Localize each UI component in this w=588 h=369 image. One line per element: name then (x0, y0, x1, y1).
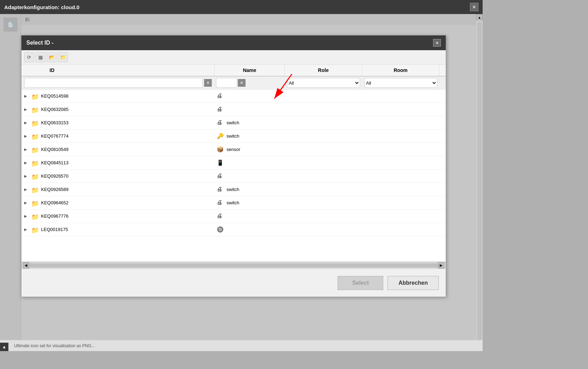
horizontal-scrollbar[interactable]: ◀ ▶ (21, 262, 446, 269)
expand-icon[interactable]: ▶ (24, 147, 29, 151)
room-cell (362, 135, 439, 138)
folder-icon: 📁 (31, 146, 39, 153)
expand-icon[interactable]: ▶ (24, 161, 29, 165)
scroll-left-button[interactable]: ◀ (23, 262, 29, 269)
name-cell: 🔑 switch (215, 131, 285, 141)
list-view-button[interactable]: ▦ (35, 52, 45, 62)
table-row[interactable]: ▶ 📁 KEQ0964652 🖨 switch (21, 196, 446, 210)
dialog-title: Select ID - (26, 40, 53, 46)
name-cell: 🔘 (215, 225, 285, 235)
expand-icon[interactable]: ▶ (24, 187, 29, 191)
page-scroll-up[interactable]: ▲ (476, 14, 483, 20)
expand-all-button[interactable]: 📂 (47, 52, 57, 62)
room-cell (362, 121, 439, 124)
scroll-right-button[interactable]: ▶ (438, 262, 444, 269)
filter-name-clear[interactable]: ✕ (238, 79, 246, 87)
id-cell: ▶ 📁 KEQ0967776 (21, 212, 215, 221)
room-cell (362, 188, 439, 191)
select-id-dialog: Select ID - ✕ ⟳ ▦ 📂 📁 ID (21, 35, 446, 297)
filter-name-input[interactable] (216, 78, 237, 88)
table-row[interactable]: ▶ 📁 KEQ0514598 🖨 (21, 90, 446, 103)
room-cell (362, 148, 439, 151)
scroll-track-h (29, 263, 438, 268)
table-row[interactable]: ▶ 📁 KEQ0926570 🖨 (21, 170, 446, 183)
expand-icon: 📂 (49, 54, 55, 60)
col-header-id: ID (21, 65, 215, 76)
id-cell: ▶ 📁 KEQ0632085 (21, 105, 215, 114)
table-row[interactable]: ▶ 📁 KEQ0633153 🖨 switch (21, 116, 446, 130)
device-icon: 🖨 (217, 213, 225, 220)
table-row[interactable]: ▶ 📁 KEQ0810549 📦 sensor (21, 143, 446, 156)
device-icon: 🖨 (217, 93, 225, 100)
folder-icon: 📁 (31, 93, 39, 99)
refresh-icon: ⟳ (27, 54, 31, 60)
expand-icon[interactable]: ▶ (24, 201, 29, 205)
outer-title-bar: Adapterkonfiguration: cloud.0 ✕ (0, 0, 483, 14)
filter-room-select[interactable]: All (364, 78, 437, 88)
table-row[interactable]: ▶ 📁 KEQ0926589 🖨 switch (21, 183, 446, 196)
device-icon: 🖨 (217, 119, 225, 126)
expand-icon[interactable]: ▶ (24, 174, 29, 178)
filter-row: ✕ ✕ All All (21, 77, 446, 90)
room-cell (362, 95, 439, 98)
expand-icon[interactable]: ▶ (24, 134, 29, 138)
role-cell (285, 215, 362, 218)
id-value: KEQ0633153 (41, 120, 68, 125)
device-icon: 📱 (217, 159, 225, 166)
id-cell: ▶ 📁 LEQ0019175 (21, 225, 215, 234)
table-row[interactable]: ▶ 📁 KEQ0967776 🖨 (21, 210, 446, 223)
refresh-button[interactable]: ⟳ (24, 52, 34, 62)
expand-icon[interactable]: ▶ (24, 107, 29, 111)
name-value: switch (227, 120, 239, 125)
name-cell: 🖨 (215, 211, 285, 221)
expand-icon[interactable]: ▶ (24, 94, 29, 98)
name-value: switch (227, 133, 239, 139)
id-value: KEQ0926570 (41, 173, 68, 179)
expand-icon[interactable]: ▶ (24, 228, 29, 231)
role-cell (285, 202, 362, 204)
dialog-footer: Select Abbrechen (21, 269, 446, 297)
table-row[interactable]: ▶ 📁 KEQ0845113 📱 (21, 156, 446, 170)
folder-icon: 📁 (31, 160, 39, 166)
collapse-button[interactable]: ▲ (0, 343, 8, 351)
table-row[interactable]: ▶ 📁 KEQ0767774 🔑 switch (21, 130, 446, 143)
filter-role-cell: All (285, 77, 362, 89)
id-cell: ▶ 📁 KEQ0926589 (21, 185, 215, 194)
name-cell: 🖨 (215, 105, 285, 114)
collapse-icon: 📁 (60, 54, 66, 60)
role-cell (285, 121, 362, 124)
filter-id-clear[interactable]: ✕ (204, 79, 212, 87)
id-value: KEQ0845113 (41, 160, 68, 165)
expand-icon[interactable]: ▶ (24, 214, 29, 218)
folder-icon: 📁 (31, 120, 39, 126)
id-cell: ▶ 📁 KEQ0767774 (21, 132, 215, 141)
background-content: 📄 Ei Select ID - ✕ ⟳ ▦ (0, 14, 483, 351)
device-icon: 🔘 (217, 226, 225, 233)
id-cell: ▶ 📁 KEQ0926570 (21, 172, 215, 181)
id-value: KEQ0514598 (41, 93, 68, 99)
device-icon: 🖨 (217, 186, 225, 193)
room-cell (362, 215, 439, 218)
device-icon: 🖨 (217, 199, 225, 206)
filter-id-input[interactable] (24, 78, 203, 88)
folder-icon: 📁 (31, 133, 39, 139)
id-cell: ▶ 📁 KEQ0964652 (21, 198, 215, 207)
folder-icon: 📁 (31, 173, 39, 179)
outer-close-button[interactable]: ✕ (470, 3, 478, 11)
tree-list: ▶ 📁 KEQ0514598 🖨 ▶ 📁 KEQ0632085 🖨 (21, 90, 446, 262)
expand-icon[interactable]: ▶ (24, 121, 29, 125)
filter-role-select[interactable]: All (287, 78, 360, 88)
table-row[interactable]: ▶ 📁 KEQ0632085 🖨 (21, 103, 446, 116)
collapse-all-button[interactable]: 📁 (58, 52, 68, 62)
id-cell: ▶ 📁 KEQ0514598 (21, 92, 215, 101)
col-header-role: Role (285, 65, 362, 76)
id-cell: ▶ 📁 KEQ0633153 (21, 118, 215, 127)
device-icon: 📦 (217, 146, 225, 153)
device-icon: 🔑 (217, 133, 225, 140)
cancel-button[interactable]: Abbrechen (387, 276, 439, 290)
dialog-close-button[interactable]: ✕ (433, 39, 441, 47)
id-value: KEQ0964652 (41, 200, 68, 205)
table-row[interactable]: ▶ 📁 LEQ0019175 🔘 (21, 223, 446, 236)
name-cell: 📱 (215, 158, 285, 168)
name-cell: 📦 sensor (215, 145, 285, 154)
